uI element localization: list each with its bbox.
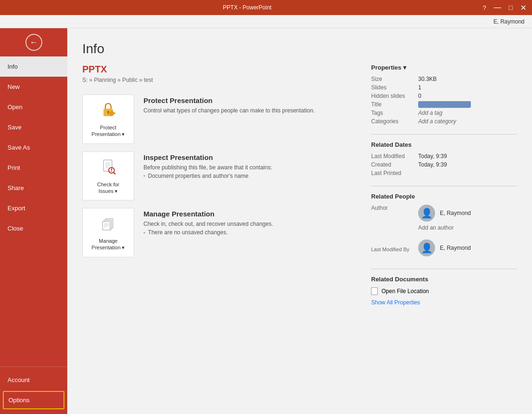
protect-card: ProtectPresentation ▾ Protect Presentati…	[82, 95, 356, 144]
minimize-button[interactable]: —	[494, 3, 501, 12]
divider-1	[371, 134, 517, 135]
related-docs-header: Related Documents	[371, 276, 517, 283]
prop-slides: Slides 1	[371, 84, 517, 91]
protect-button[interactable]: ProtectPresentation ▾	[82, 95, 134, 144]
protect-title: Protect Presentation	[143, 96, 315, 104]
prop-hidden-label: Hidden slides	[371, 93, 418, 99]
prop-slides-label: Slides	[371, 84, 418, 91]
inspect-list-item-0: Document properties and author's name	[143, 173, 272, 179]
prop-size-value: 30.3KB	[418, 76, 437, 82]
divider-3	[371, 269, 517, 269]
last-modified-by-label: Last Modified By	[371, 247, 418, 252]
properties-header[interactable]: Properties ▾	[371, 64, 517, 71]
prop-hidden-value: 0	[418, 93, 421, 99]
prop-last-modified: Last Modified Today, 9:39	[371, 153, 517, 159]
sidebar-item-print[interactable]: Print	[0, 158, 67, 178]
manage-button[interactable]: ManagePresentation ▾	[82, 208, 134, 257]
manage-list-item-0: There are no unsaved changes.	[143, 229, 273, 236]
prop-tags[interactable]: Tags Add a tag	[371, 110, 517, 116]
open-file-text[interactable]: Open File Location	[381, 288, 429, 295]
lock-icon	[99, 101, 117, 122]
prop-last-printed: Last Printed	[371, 170, 517, 176]
sidebar-item-account[interactable]: Account	[0, 370, 67, 390]
sidebar-bottom: Account Options	[0, 364, 67, 414]
prop-created-value: Today, 9:39	[418, 161, 447, 168]
protect-desc: Control what types of changes people can…	[143, 107, 315, 114]
prop-tags-value[interactable]: Add a tag	[418, 110, 442, 116]
prop-last-printed-label: Last Printed	[371, 170, 418, 176]
manage-label: ManagePresentation ▾	[92, 238, 125, 251]
sidebar-item-close[interactable]: Close	[0, 218, 67, 239]
maximize-button[interactable]: □	[509, 4, 513, 11]
sidebar-nav: Info New Open Save Save As Print Share E…	[0, 56, 67, 364]
author-info: 👤 E, Raymond Add an author	[418, 205, 471, 236]
prop-tags-label: Tags	[371, 110, 418, 116]
sidebar-item-save[interactable]: Save	[0, 117, 67, 137]
inspect-title: Inspect Presentation	[143, 153, 272, 161]
person-icon: 👤	[421, 207, 433, 219]
prop-size: Size 30.3KB	[371, 76, 517, 82]
sidebar-item-share[interactable]: Share	[0, 178, 67, 198]
manage-title: Manage Presentation	[143, 210, 273, 218]
prop-slides-value: 1	[418, 84, 421, 91]
prop-hidden: Hidden slides 0	[371, 93, 517, 99]
add-author-link[interactable]: Add an author	[418, 224, 471, 231]
sidebar-item-export[interactable]: Export	[0, 198, 67, 218]
svg-rect-6	[103, 160, 112, 171]
sidebar-item-info[interactable]: Info	[0, 56, 67, 77]
help-button[interactable]: ?	[483, 4, 486, 11]
close-button[interactable]: ✕	[520, 3, 526, 12]
open-file-location-link[interactable]: Open File Location	[371, 287, 517, 295]
inspect-icon	[99, 158, 117, 179]
show-all-properties-link[interactable]: Show All Properties	[371, 299, 420, 306]
manage-list: There are no unsaved changes.	[143, 229, 273, 236]
last-modified-by-row: Last Modified By 👤 E, Raymond	[371, 239, 517, 259]
author-row: Author 👤 E, Raymond Add an author	[371, 205, 517, 236]
manage-card: ManagePresentation ▾ Manage Presentation…	[82, 208, 356, 257]
sidebar-item-new[interactable]: New	[0, 77, 67, 97]
prop-last-modified-value: Today, 9:39	[418, 153, 447, 159]
back-button[interactable]: ←	[0, 28, 67, 56]
prop-title-value: ████████████	[418, 101, 471, 108]
related-dates-header: Related Dates	[371, 141, 517, 148]
divider-2	[371, 186, 517, 186]
prop-title-label: Title	[371, 101, 418, 108]
prop-created: Created Today, 9:39	[371, 161, 517, 168]
svg-point-1	[107, 111, 110, 113]
author-person-row: 👤 E, Raymond	[418, 205, 471, 222]
svg-point-13	[111, 171, 112, 172]
inspect-list: Document properties and author's name	[143, 173, 272, 179]
protect-label: ProtectPresentation ▾	[92, 124, 125, 138]
svg-point-3	[110, 111, 114, 115]
inspect-button[interactable]: Check forIssues ▾	[82, 151, 134, 201]
sidebar-item-options[interactable]: Options	[3, 391, 64, 409]
two-column-layout: PPTX S: » Planning » Public » test	[82, 64, 517, 315]
sidebar-item-open[interactable]: Open	[0, 97, 67, 117]
user-bar: E, Raymond	[0, 15, 532, 28]
titlebar: PPTX - PowerPoint ? — □ ✕	[0, 0, 532, 15]
file-name: PPTX	[82, 64, 356, 75]
inspect-card: Check forIssues ▾ Inspect Presentation B…	[82, 151, 356, 201]
prop-size-label: Size	[371, 76, 418, 82]
related-docs-section: Related Documents Open File Location Sho…	[371, 276, 517, 306]
right-column: Properties ▾ Size 30.3KB Slides 1 Hidden…	[371, 64, 517, 315]
svg-rect-16	[103, 222, 110, 230]
file-icon	[371, 287, 378, 295]
manage-desc: Check in, check out, and recover unsaved…	[143, 221, 273, 227]
content-area: Info PPTX S: » Planning » Public » test	[67, 28, 532, 414]
inspect-content: Inspect Presentation Before publishing t…	[143, 151, 272, 179]
author-avatar: 👤	[418, 205, 435, 222]
prop-categories-value[interactable]: Add a category	[418, 118, 456, 125]
prop-last-modified-label: Last Modified	[371, 153, 418, 159]
prop-categories[interactable]: Categories Add a category	[371, 118, 517, 125]
sidebar-item-save-as[interactable]: Save As	[0, 137, 67, 158]
page-title: Info	[82, 41, 517, 56]
last-modified-name: E, Raymond	[440, 245, 471, 251]
author-name: E, Raymond	[440, 210, 471, 216]
titlebar-title: PPTX - PowerPoint	[62, 4, 432, 11]
last-modified-by-person: 👤 E, Raymond	[418, 239, 471, 256]
properties-section: Properties ▾ Size 30.3KB Slides 1 Hidden…	[371, 64, 517, 125]
manage-icon	[99, 214, 117, 236]
manage-content: Manage Presentation Check in, check out,…	[143, 208, 273, 236]
svg-line-11	[113, 172, 115, 174]
